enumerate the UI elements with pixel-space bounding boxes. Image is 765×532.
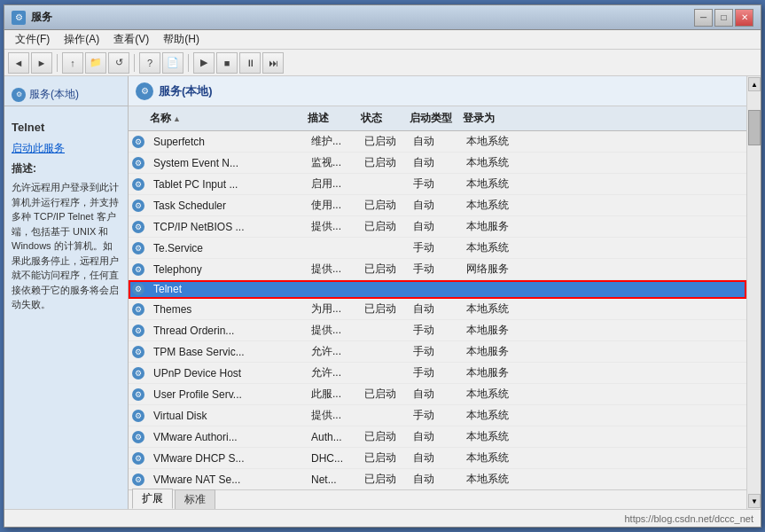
service-status: [361, 414, 410, 418]
sort-arrow: ▲: [173, 114, 181, 123]
service-icon: [132, 157, 144, 169]
service-icon: [132, 136, 144, 148]
service-name: User Profile Serv...: [148, 387, 308, 403]
service-logon: 本地系统: [463, 153, 534, 172]
service-desc: 允许...: [308, 364, 361, 382]
table-row[interactable]: Virtual Disk提供...手动本地系统: [129, 405, 746, 426]
table-header: 名称 ▲ 描述 状态 启动类型 登录为: [129, 106, 746, 131]
col-header-name[interactable]: 名称 ▲: [144, 109, 304, 128]
service-logon: 本地系统: [463, 175, 534, 193]
content-header-text: 服务(本地): [159, 83, 213, 99]
back-button[interactable]: ◄: [8, 52, 29, 74]
service-logon: 本地系统: [463, 427, 534, 446]
help-icon-btn[interactable]: ?: [139, 52, 160, 74]
menu-bar: 文件(F) 操作(A) 查看(V) 帮助(H): [4, 30, 761, 50]
service-logon: 本地系统: [463, 449, 534, 467]
sidebar-content: Telnet 启动此服务 描述: 允许远程用户登录到此计算机并运行程序，并支持多…: [4, 113, 128, 319]
table-row[interactable]: UPnP Device Host允许...手动本地服务: [129, 363, 746, 384]
table-row[interactable]: Te.Service手动本地系统: [129, 238, 746, 259]
table-row[interactable]: VMware DHCP S...DHC...已启动自动本地系统: [129, 448, 746, 469]
scrollbar-thumb[interactable]: [748, 110, 761, 145]
table-row[interactable]: Telnet: [129, 280, 746, 299]
scrollbar-track: [747, 145, 761, 493]
tab-扩展[interactable]: 扩展: [132, 489, 173, 509]
service-logon: 网络服务: [463, 260, 534, 278]
toolbar-separator-1: [57, 54, 58, 72]
table-row[interactable]: TCP/IP NetBIOS ...提供...已启动自动本地服务: [129, 216, 746, 238]
service-desc: 允许...: [308, 342, 361, 361]
service-desc: 提供...: [308, 260, 361, 278]
menu-action[interactable]: 操作(A): [57, 30, 106, 49]
service-name: Thread Orderin...: [148, 323, 308, 339]
refresh-button[interactable]: ↺: [108, 52, 129, 74]
sidebar-header: ⚙ 服务(本地): [4, 83, 128, 106]
service-icon: [132, 303, 144, 316]
col-header-logon[interactable]: 登录为: [459, 109, 530, 128]
content-header: ⚙ 服务(本地): [129, 76, 746, 106]
service-logon: 本地服务: [463, 321, 534, 340]
minimize-button[interactable]: ─: [694, 9, 713, 27]
title-bar: ⚙ 服务 ─ □ ✕: [4, 5, 761, 30]
menu-help[interactable]: 帮助(H): [156, 30, 207, 49]
service-startup: 自动: [410, 196, 463, 215]
maximize-button[interactable]: □: [714, 9, 733, 27]
main-window: ⚙ 服务 ─ □ ✕ 文件(F) 操作(A) 查看(V) 帮助(H) ◄ ► ↑…: [4, 4, 761, 528]
table-row[interactable]: VMware Authori...Auth...已启动自动本地系统: [129, 426, 746, 448]
tab-标准[interactable]: 标准: [175, 489, 215, 509]
service-desc: 使用...: [308, 196, 361, 215]
service-desc: 提供...: [308, 321, 361, 340]
toolbar-separator-2: [134, 54, 135, 72]
sidebar-description: 允许远程用户登录到此计算机并运行程序，并支持多种 TCP/IP Telnet 客…: [12, 180, 121, 312]
service-startup: 手动: [410, 321, 463, 340]
service-status: [361, 350, 410, 354]
close-button[interactable]: ✕: [735, 9, 753, 27]
play-button[interactable]: ▶: [193, 52, 215, 74]
sidebar-desc-label: 描述:: [12, 161, 121, 176]
menu-file[interactable]: 文件(F): [8, 30, 57, 49]
scrollbar[interactable]: ▲ ▼: [746, 76, 761, 509]
scroll-down-button[interactable]: ▼: [748, 494, 761, 508]
service-name: Themes: [148, 301, 308, 317]
service-status: [361, 287, 410, 291]
table-row[interactable]: User Profile Serv...此服...已启动自动本地系统: [129, 384, 746, 405]
sidebar-service-name: Telnet: [12, 121, 121, 134]
forward-button[interactable]: ►: [31, 52, 52, 74]
table-row[interactable]: Superfetch维护...已启动自动本地系统: [129, 131, 746, 153]
service-desc: 监视...: [308, 153, 361, 172]
service-icon: [132, 178, 144, 191]
service-icon: [132, 367, 144, 379]
col-header-desc[interactable]: 描述: [304, 109, 357, 128]
col-header-status[interactable]: 状态: [357, 109, 406, 128]
table-row[interactable]: Thread Orderin...提供...手动本地服务: [129, 320, 746, 341]
table-row[interactable]: TPM Base Servic...允许...手动本地服务: [129, 341, 746, 363]
table-row[interactable]: Themes为用...已启动自动本地系统: [129, 299, 746, 320]
folder-button[interactable]: 📁: [85, 52, 106, 74]
service-name: System Event N...: [148, 155, 308, 171]
service-startup: 自动: [410, 153, 463, 172]
up-button[interactable]: ↑: [62, 52, 83, 74]
forward2-button[interactable]: ⏭: [262, 52, 284, 74]
service-logon: 本地服务: [463, 364, 534, 382]
pause-button[interactable]: ⏸: [239, 52, 261, 74]
scroll-up-button[interactable]: ▲: [748, 77, 761, 91]
service-name: Telnet: [148, 281, 308, 297]
table-row[interactable]: Tablet PC Input ...启用...手动本地系统: [129, 174, 746, 195]
service-logon: 本地系统: [463, 300, 534, 318]
service-name: Superfetch: [148, 134, 308, 150]
stop-button[interactable]: ■: [216, 52, 238, 74]
service-startup: [410, 287, 463, 291]
table-row[interactable]: Telephony提供...已启动手动网络服务: [129, 259, 746, 280]
table-row[interactable]: System Event N...监视...已启动自动本地系统: [129, 153, 746, 174]
start-service-link[interactable]: 启动此服务: [12, 141, 121, 156]
service-status: 已启动: [361, 217, 410, 236]
service-startup: 自动: [410, 470, 463, 489]
icon-col-header: [129, 109, 144, 128]
service-status: 已启动: [361, 385, 410, 403]
menu-view[interactable]: 查看(V): [106, 30, 156, 49]
export-button[interactable]: 📄: [162, 52, 183, 74]
service-name: VMware DHCP S...: [148, 450, 308, 466]
col-header-startup[interactable]: 启动类型: [406, 109, 459, 128]
service-desc: 提供...: [308, 406, 361, 425]
table-row[interactable]: VMware NAT Se...Net...已启动自动本地系统: [129, 469, 746, 489]
table-row[interactable]: Task Scheduler使用...已启动自动本地系统: [129, 195, 746, 216]
